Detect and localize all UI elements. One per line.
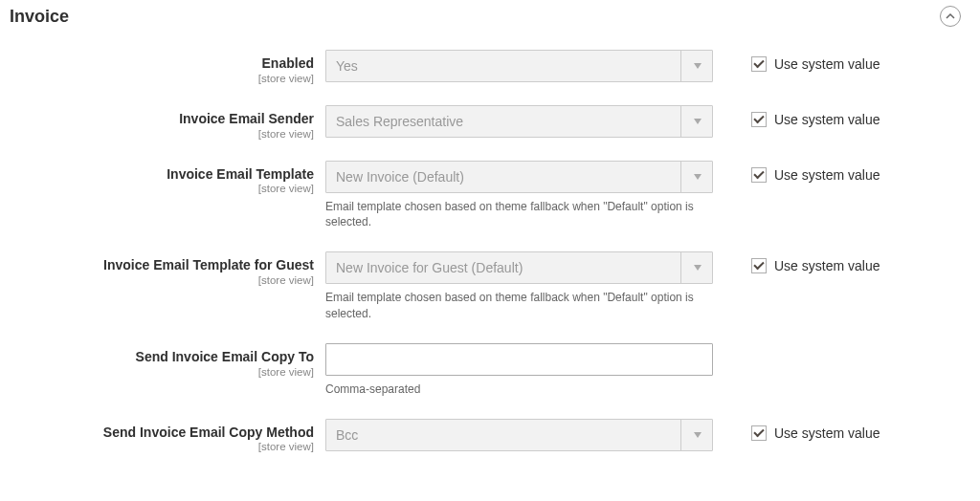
use-system-label[interactable]: Use system value	[774, 167, 880, 183]
use-system-col: Use system value	[713, 419, 961, 441]
use-system-col: Use system value	[713, 161, 961, 183]
field-label: Enabled [store view]	[10, 50, 325, 84]
field-control: Yes	[325, 50, 713, 82]
field-label: Invoice Email Sender [store view]	[10, 105, 325, 140]
use-system-label[interactable]: Use system value	[774, 425, 880, 441]
label-scope: [store view]	[10, 183, 314, 194]
select-value: New Invoice (Default)	[325, 161, 713, 193]
field-row-sender: Invoice Email Sender [store view] Sales …	[10, 105, 961, 140]
select-value: Yes	[325, 50, 713, 82]
collapse-toggle[interactable]	[940, 6, 961, 27]
field-note: Comma-separated	[325, 381, 708, 398]
label-text: Invoice Email Template	[167, 166, 314, 182]
use-system-col	[713, 343, 961, 350]
section-header: Invoice	[10, 0, 961, 50]
select-value: Sales Representative	[325, 105, 713, 138]
field-control: Sales Representative	[325, 105, 713, 138]
section-title: Invoice	[10, 7, 69, 27]
label-text: Send Invoice Email Copy To	[136, 349, 314, 364]
copy-method-select[interactable]: Bcc	[325, 419, 713, 451]
guest-template-select[interactable]: New Invoice for Guest (Default)	[325, 251, 713, 284]
field-row-copy-method: Send Invoice Email Copy Method [store vi…	[10, 419, 961, 453]
field-label: Send Invoice Email Copy Method [store vi…	[10, 419, 325, 453]
field-control: Bcc	[325, 419, 713, 451]
field-label: Invoice Email Template for Guest [store …	[10, 251, 325, 286]
use-system-checkbox[interactable]	[751, 425, 767, 441]
label-scope: [store view]	[10, 274, 314, 286]
field-control: Comma-separated	[325, 343, 713, 398]
use-system-label[interactable]: Use system value	[774, 258, 880, 273]
use-system-checkbox[interactable]	[751, 167, 767, 183]
field-control: New Invoice (Default) Email template cho…	[325, 161, 713, 231]
field-row-guest-template: Invoice Email Template for Guest [store …	[10, 251, 961, 322]
field-note: Email template chosen based on theme fal…	[325, 199, 708, 231]
label-scope: [store view]	[10, 73, 314, 84]
use-system-col: Use system value	[713, 105, 961, 127]
field-note: Email template chosen based on theme fal…	[325, 290, 708, 322]
field-control: New Invoice for Guest (Default) Email te…	[325, 251, 713, 322]
use-system-label[interactable]: Use system value	[774, 56, 880, 72]
select-value: Bcc	[325, 419, 713, 451]
label-text: Invoice Email Template for Guest	[103, 257, 314, 272]
label-scope: [store view]	[10, 366, 314, 378]
field-label: Invoice Email Template [store view]	[10, 161, 325, 195]
select-value: New Invoice for Guest (Default)	[325, 251, 713, 284]
field-label: Send Invoice Email Copy To [store view]	[10, 343, 325, 378]
field-row-enabled: Enabled [store view] Yes Use system valu…	[10, 50, 961, 84]
use-system-checkbox[interactable]	[751, 56, 767, 72]
use-system-checkbox[interactable]	[751, 258, 767, 273]
label-text: Enabled	[262, 55, 314, 71]
template-select[interactable]: New Invoice (Default)	[325, 161, 713, 193]
label-text: Invoice Email Sender	[179, 111, 314, 126]
label-scope: [store view]	[10, 128, 314, 140]
field-row-copy-to: Send Invoice Email Copy To [store view] …	[10, 343, 961, 398]
chevron-up-icon	[946, 9, 955, 24]
enabled-select[interactable]: Yes	[325, 50, 713, 82]
use-system-label[interactable]: Use system value	[774, 112, 880, 127]
field-row-template: Invoice Email Template [store view] New …	[10, 161, 961, 231]
sender-select[interactable]: Sales Representative	[325, 105, 713, 138]
copy-to-input[interactable]	[325, 343, 713, 376]
use-system-col: Use system value	[713, 251, 961, 273]
label-text: Send Invoice Email Copy Method	[103, 425, 314, 440]
use-system-col: Use system value	[713, 50, 961, 72]
label-scope: [store view]	[10, 441, 314, 452]
use-system-checkbox[interactable]	[751, 112, 767, 127]
